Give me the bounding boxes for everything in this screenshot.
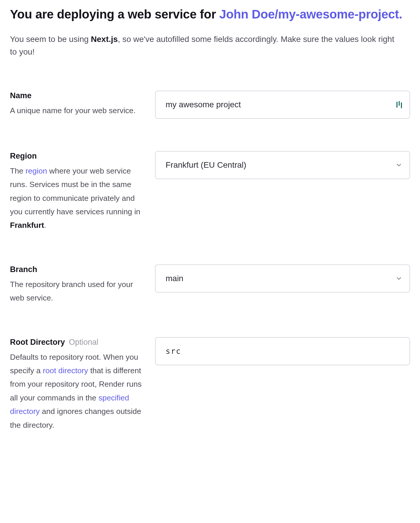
- region-select-value: Frankfurt (EU Central): [166, 160, 246, 170]
- field-row-name: Name A unique name for your web service.: [10, 91, 410, 119]
- name-input[interactable]: [155, 91, 410, 119]
- rootdir-optional-tag: Optional: [69, 338, 98, 347]
- field-row-branch: Branch The repository branch used for yo…: [10, 264, 410, 305]
- intro-text: You seem to be using Next.js, so we've a…: [10, 33, 403, 58]
- rootdir-label: Root Directory Optional: [10, 337, 143, 347]
- field-row-root-directory: Root Directory Optional Defaults to repo…: [10, 337, 410, 432]
- region-link[interactable]: region: [25, 167, 47, 175]
- root-directory-link[interactable]: root directory: [43, 366, 88, 375]
- repo-link[interactable]: John Doe/my-awesome-project.: [219, 7, 402, 21]
- page-heading: You are deploying a web service for John…: [10, 6, 410, 23]
- rootdir-desc: Defaults to repository root. When you sp…: [10, 350, 143, 432]
- name-desc: A unique name for your web service.: [10, 104, 143, 117]
- branch-label: Branch: [10, 264, 143, 275]
- region-label: Region: [10, 151, 143, 161]
- root-directory-input[interactable]: [155, 337, 410, 365]
- branch-select-value: main: [166, 274, 183, 283]
- intro-pre: You seem to be using: [10, 35, 91, 44]
- branch-desc: The repository branch used for your web …: [10, 278, 143, 305]
- region-desc-post: .: [44, 221, 46, 230]
- heading-prefix: You are deploying a web service for: [10, 7, 219, 21]
- region-select[interactable]: Frankfurt (EU Central): [155, 151, 410, 179]
- password-manager-icon: [395, 101, 403, 108]
- region-desc: The region where your web service runs. …: [10, 164, 143, 232]
- region-desc-bold: Frankfurt: [10, 221, 44, 230]
- field-row-region: Region The region where your web service…: [10, 151, 410, 232]
- region-desc-pre: The: [10, 167, 25, 175]
- branch-select[interactable]: main: [155, 264, 410, 293]
- intro-framework: Next.js: [91, 35, 118, 44]
- name-label: Name: [10, 91, 143, 101]
- rootdir-label-text: Root Directory: [10, 338, 65, 347]
